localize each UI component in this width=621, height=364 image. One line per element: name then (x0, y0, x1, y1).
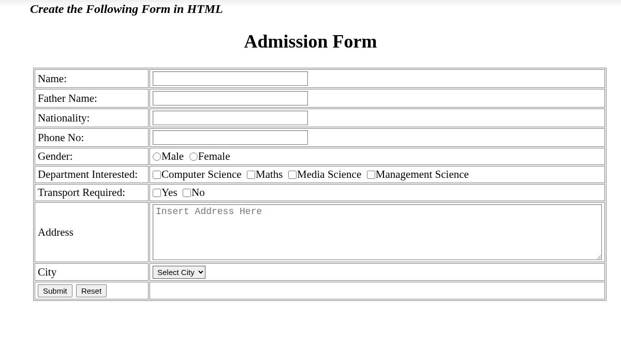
department-label: Department Interested: (35, 166, 149, 183)
phone-label: Phone No: (35, 128, 149, 147)
reset-button[interactable]: Reset (76, 284, 107, 297)
dept-mgmt-label: Management Science (376, 168, 469, 180)
admission-form-table: Name: Father Name: Nationality: Phone No… (33, 68, 607, 301)
father-name-label: Father Name: (35, 89, 149, 108)
transport-no-checkbox[interactable] (183, 189, 191, 197)
address-label: Address (35, 202, 149, 262)
transport-yes-label: Yes (161, 186, 178, 199)
gender-female-label: Female (198, 150, 230, 162)
address-textarea[interactable] (153, 204, 602, 260)
name-input[interactable] (153, 71, 308, 86)
transport-label: Transport Required: (35, 184, 149, 201)
submit-button[interactable]: Submit (38, 284, 72, 297)
instruction-text: Create the Following Form in HTML (0, 0, 621, 18)
form-heading: Admission Form (0, 31, 621, 52)
dept-maths-label: Maths (256, 168, 283, 180)
dept-media-checkbox[interactable] (288, 171, 297, 179)
nationality-label: Nationality: (35, 109, 149, 127)
phone-input[interactable] (153, 130, 308, 145)
dept-mgmt-checkbox[interactable] (367, 171, 375, 179)
city-label: City (35, 263, 149, 281)
gender-label: Gender: (35, 148, 149, 165)
gender-female-radio[interactable] (189, 153, 198, 161)
transport-no-label: No (191, 186, 205, 199)
dept-maths-checkbox[interactable] (247, 171, 255, 179)
gender-male-label: Male (161, 150, 184, 162)
nationality-input[interactable] (153, 111, 308, 125)
city-select[interactable]: Select City (153, 266, 205, 279)
transport-yes-checkbox[interactable] (153, 189, 161, 197)
dept-cs-checkbox[interactable] (153, 171, 161, 179)
name-label: Name: (35, 69, 149, 88)
father-name-input[interactable] (153, 91, 308, 105)
gender-male-radio[interactable] (153, 153, 161, 161)
dept-cs-label: Computer Science (161, 168, 242, 180)
dept-media-label: Media Science (297, 168, 361, 180)
